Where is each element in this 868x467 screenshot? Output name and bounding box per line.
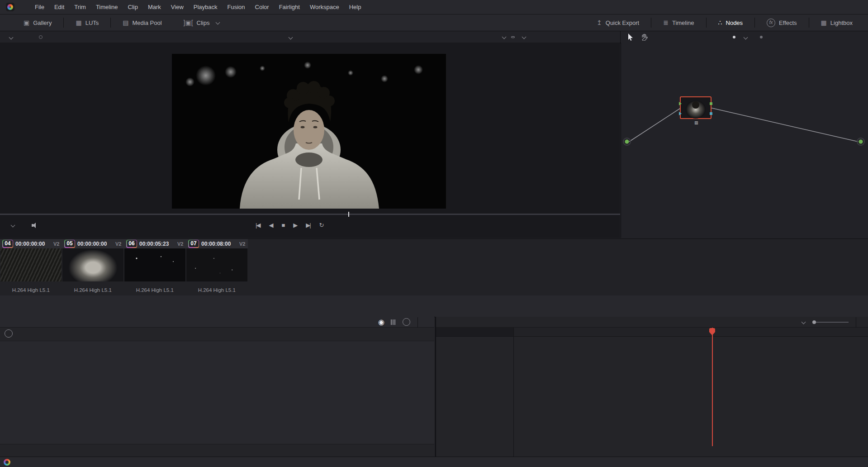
viewer-scrubber-playhead[interactable] — [348, 212, 349, 217]
corrector-node[interactable] — [679, 97, 712, 119]
clip-codec-label: H.264 High L5.1 — [124, 286, 186, 294]
go-to-end-button[interactable]: ▶| — [306, 222, 310, 229]
proxy-hq-icon[interactable] — [511, 36, 515, 38]
clip-version: V2 — [239, 241, 245, 247]
source-node-dot[interactable] — [625, 140, 629, 144]
clip-thumbnail[interactable] — [62, 248, 123, 281]
menu-fairlight[interactable]: Fairlight — [274, 0, 305, 14]
timeline-selector[interactable] — [286, 34, 293, 41]
loop-button[interactable]: ↻ — [319, 222, 323, 229]
menu-timeline[interactable]: Timeline — [91, 0, 123, 14]
clip-thumbnail[interactable] — [124, 248, 185, 281]
clip-version: V2 — [177, 241, 183, 247]
step-back-button[interactable]: ◀ — [269, 222, 272, 229]
keyframes-ruler[interactable] — [436, 328, 868, 337]
toolbar-quick-export-button[interactable]: ↥Quick Export — [586, 19, 650, 26]
node-tools-badge-icon: ▥ — [694, 120, 698, 125]
clip-codec-text: H.264 High L5.1 — [198, 287, 236, 293]
node-graph-panel[interactable]: ▥ — [621, 43, 868, 238]
keyframes-playhead[interactable] — [712, 328, 713, 446]
clip-thumbnail[interactable] — [0, 248, 62, 281]
menu-file[interactable]: File — [30, 0, 49, 14]
timeline-clip-06[interactable]: 0600:00:05:23V2H.264 High L5.1 — [124, 239, 186, 295]
menu-help[interactable]: Help — [344, 0, 366, 14]
toolbar-gallery-button[interactable]: ▣Gallery — [13, 19, 62, 26]
clip-header: 0600:00:05:23V2 — [124, 239, 186, 248]
clip-number: 07 — [189, 240, 199, 247]
bars-mode-icon[interactable] — [391, 319, 396, 325]
keyframes-zoom-slider[interactable] — [812, 322, 849, 323]
viewer-left-tools — [8, 222, 38, 229]
menu-edit[interactable]: Edit — [49, 0, 69, 14]
toolbar-label: Lightbox — [830, 19, 853, 26]
keyframes-current-timecode — [436, 328, 514, 336]
clip-codec-text: H.264 High L5.1 — [12, 287, 50, 293]
node-zoom-dot-icon[interactable] — [760, 36, 763, 38]
menu-clip[interactable]: Clip — [123, 0, 143, 14]
app-logo-icon[interactable] — [6, 3, 14, 11]
node-graph: ▥ — [621, 43, 868, 238]
toolbar-effects-button[interactable]: fxEffects — [756, 19, 808, 27]
node-cache-dot-icon — [733, 36, 735, 38]
keyframes-filter[interactable] — [799, 319, 806, 325]
play-button[interactable]: ▶ — [293, 222, 297, 229]
node-mode-selector[interactable] — [741, 34, 748, 41]
viewer-scrubber[interactable] — [0, 214, 620, 215]
audio-mute-icon[interactable] — [32, 223, 38, 228]
chevron-down-icon[interactable] — [502, 34, 507, 39]
timeline-clip-04[interactable]: 0400:00:00:00V2H.264 High L5.1 — [0, 239, 62, 295]
toolbar-clips-button[interactable]: ]▣[Clips — [173, 19, 232, 26]
viewer-zoom-level[interactable] — [6, 34, 14, 41]
hand-tool-icon[interactable] — [641, 34, 648, 41]
chevron-down-icon — [802, 319, 806, 324]
toolbar-media-pool-button[interactable]: ▤Media Pool — [112, 19, 172, 26]
chevron-down-icon — [744, 35, 748, 39]
stop-button[interactable]: ■ — [281, 222, 284, 229]
chevron-down-icon[interactable] — [522, 34, 526, 39]
menu-playback[interactable]: Playback — [189, 0, 223, 14]
menu-mark[interactable]: Mark — [143, 0, 166, 14]
divider — [417, 317, 418, 327]
toolbar-right: ↥Quick Export≣Timeline∴NodesfxEffects▦Li… — [586, 18, 868, 28]
log-mode-icon[interactable] — [403, 318, 410, 326]
viewer-toolbar-right — [495, 35, 540, 39]
clip-codec-text: H.264 High L5.1 — [74, 287, 112, 293]
clip-number: 06 — [127, 240, 137, 247]
toolbar-nodes-button[interactable]: ∴Nodes — [707, 19, 754, 26]
toolbar-timeline-button[interactable]: ≣Timeline — [652, 19, 705, 26]
app-version — [0, 459, 14, 466]
clip-number-badge: 07 — [188, 240, 199, 248]
palette-toolbar — [0, 295, 868, 317]
media-pool-icon: ▤ — [123, 19, 128, 26]
timeline-clip-05[interactable]: 0500:00:00:00V2H.264 High L5.1 — [62, 239, 124, 295]
menu-fusion[interactable]: Fusion — [223, 0, 250, 14]
toolbar-luts-button[interactable]: ▦LUTs — [65, 19, 109, 26]
divider — [754, 18, 755, 28]
menu-color[interactable]: Color — [250, 0, 274, 14]
divider — [856, 317, 856, 327]
clip-codec-text: H.264 High L5.1 — [136, 287, 174, 293]
clip-header: 0500:00:00:00V2 — [62, 239, 124, 248]
chevron-down-icon — [9, 35, 14, 39]
clip-thumbnail[interactable] — [186, 248, 247, 281]
toolbar-label: Nodes — [726, 19, 743, 26]
wheels-mode-icon[interactable]: ◉ — [378, 319, 384, 326]
menu-view[interactable]: View — [166, 0, 189, 14]
viewer-image[interactable] — [172, 54, 446, 209]
quick-export-icon: ↥ — [597, 19, 602, 26]
timeline-clip-07[interactable]: 0700:00:08:00V2H.264 High L5.1 — [186, 239, 248, 295]
node-tools — [627, 33, 648, 41]
clip-timecode: 00:00:05:23 — [139, 241, 169, 247]
output-node-dot[interactable] — [859, 140, 863, 144]
pointer-tool-icon[interactable] — [627, 33, 634, 41]
go-to-start-button[interactable]: |◀ — [256, 222, 260, 229]
davinci-resolve-window: FileEditTrimTimelineClipMarkViewPlayback… — [0, 0, 868, 467]
menu-workspace[interactable]: Workspace — [305, 0, 344, 14]
color-picker-tool[interactable] — [8, 222, 15, 229]
clip-version: V2 — [115, 241, 121, 247]
menu-trim[interactable]: Trim — [69, 0, 91, 14]
toolbar-lightbox-button[interactable]: ▦Lightbox — [810, 19, 863, 26]
auto-balance-icon[interactable] — [5, 329, 13, 338]
primaries-header: ◉ — [0, 317, 434, 328]
clip-header: 0700:00:08:00V2 — [186, 239, 248, 248]
